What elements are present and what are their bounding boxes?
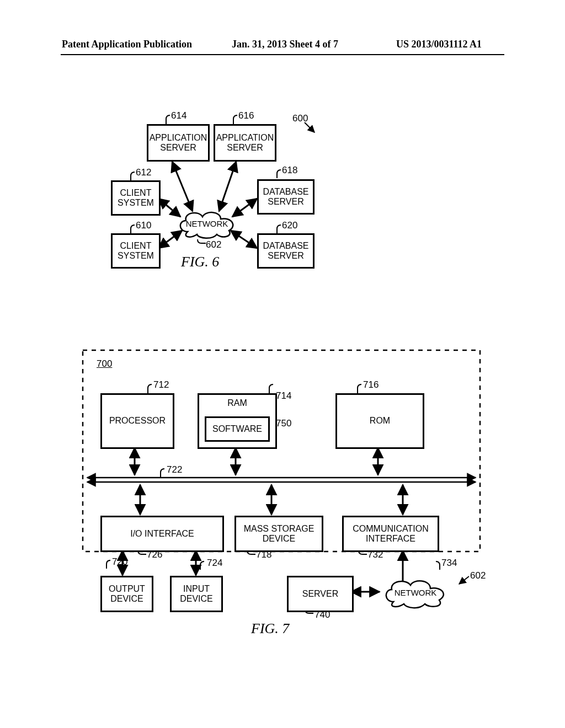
ref-732: 732	[367, 549, 383, 560]
block-label: DATABASE SERVER	[263, 187, 309, 207]
block-label: CLIENT SYSTEM	[118, 188, 154, 208]
ref-610: 610	[136, 220, 151, 231]
fig6-client-612: CLIENT SYSTEM	[111, 180, 161, 216]
fig7-network-cloud: NETWORK	[380, 575, 451, 609]
ref-722: 722	[167, 464, 182, 475]
fig7-comm-interface: COMMUNICATION INTERFACE	[342, 516, 439, 552]
ref-714: 714	[276, 390, 291, 402]
fig7-server: SERVER	[287, 576, 354, 612]
fig6-network-cloud: NETWORK	[174, 207, 240, 240]
ref-718: 718	[256, 549, 271, 560]
fig6-db-618: DATABASE SERVER	[257, 179, 315, 215]
ram-label: RAM	[199, 398, 275, 408]
fig7-software: SOFTWARE	[205, 416, 270, 442]
block-label: APPLICATION SERVER	[216, 133, 274, 153]
fig6-client-610: CLIENT SYSTEM	[111, 233, 161, 269]
block-label: INPUT DEVICE	[180, 584, 213, 604]
ref-600: 600	[292, 113, 308, 124]
fig6-network-label: NETWORK	[174, 219, 240, 228]
ref-716: 716	[363, 379, 379, 390]
fig7-caption: FIG. 7	[251, 620, 289, 637]
ref-602-fig6: 602	[206, 239, 221, 250]
ref-614: 614	[171, 110, 186, 121]
ref-616: 616	[238, 110, 254, 121]
block-label: PROCESSOR	[109, 416, 166, 426]
ref-700: 700	[97, 358, 112, 370]
ref-750: 750	[276, 418, 291, 429]
block-label: ROM	[370, 416, 390, 426]
header-center: Jan. 31, 2013 Sheet 4 of 7	[232, 39, 338, 50]
svg-line-1	[219, 162, 236, 211]
fig7-network-label: NETWORK	[380, 588, 451, 597]
ref-726: 726	[147, 549, 162, 560]
fig6-app-server-614: APPLICATION SERVER	[147, 124, 210, 162]
ref-620: 620	[282, 220, 297, 231]
ref-740: 740	[315, 609, 330, 620]
ref-602-fig7: 602	[470, 570, 486, 581]
ref-712: 712	[153, 379, 169, 390]
header-left: Patent Application Publication	[62, 39, 192, 50]
ref-734: 734	[441, 558, 457, 569]
block-label: DATABASE SERVER	[263, 241, 309, 261]
fig7-mass-storage: MASS STORAGE DEVICE	[234, 516, 323, 552]
block-label: SERVER	[302, 589, 339, 599]
block-label: APPLICATION SERVER	[150, 133, 207, 153]
ref-612: 612	[136, 167, 151, 178]
ref-618: 618	[282, 165, 297, 176]
fig7-arrows	[0, 0, 565, 728]
header-right: US 2013/0031112 A1	[396, 39, 482, 50]
header-rule	[61, 54, 504, 55]
fig6-app-server-616: APPLICATION SERVER	[214, 124, 276, 162]
block-label: SOFTWARE	[212, 424, 262, 434]
fig6-caption: FIG. 6	[181, 254, 219, 270]
block-label: CLIENT SYSTEM	[118, 241, 154, 261]
block-label: I/O INTERFACE	[130, 529, 194, 539]
page: Patent Application Publication Jan. 31, …	[0, 0, 565, 728]
fig7-processor: PROCESSOR	[100, 393, 174, 449]
svg-line-0	[172, 162, 193, 211]
block-label: OUTPUT DEVICE	[109, 584, 145, 604]
ref-720: 720	[112, 556, 127, 568]
fig7-io-interface: I/O INTERFACE	[100, 516, 224, 552]
fig7-rom: ROM	[335, 393, 424, 449]
block-label: COMMUNICATION INTERFACE	[353, 524, 428, 544]
block-label: MASS STORAGE DEVICE	[244, 524, 315, 544]
fig7-input-device: INPUT DEVICE	[170, 576, 223, 612]
fig6-db-620: DATABASE SERVER	[257, 233, 315, 269]
ref-724: 724	[207, 558, 222, 569]
fig7-output-device: OUTPUT DEVICE	[100, 576, 153, 612]
